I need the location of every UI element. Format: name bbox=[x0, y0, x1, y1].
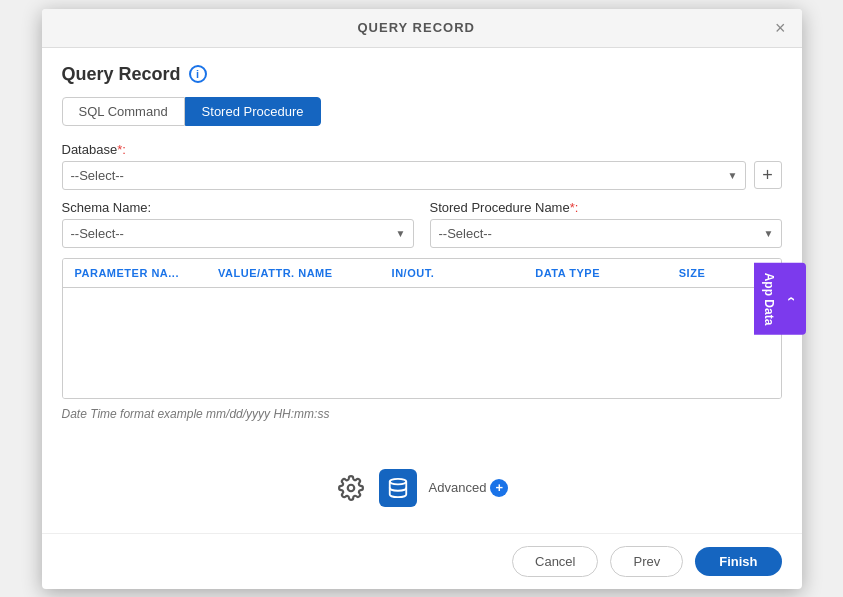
finish-button[interactable]: Finish bbox=[695, 547, 781, 576]
svg-point-0 bbox=[347, 484, 354, 491]
footer-actions: Cancel Prev Finish bbox=[42, 533, 802, 589]
app-data-label: App Data bbox=[762, 272, 776, 325]
database-label: Database*: bbox=[62, 142, 782, 157]
page-title-row: Query Record i bbox=[62, 64, 782, 85]
col-param-name: PARAMETER NA... bbox=[63, 267, 207, 279]
app-data-chevron: › bbox=[782, 296, 798, 301]
database-select-wrapper: --Select-- ▼ bbox=[62, 161, 746, 190]
page-title: Query Record bbox=[62, 64, 181, 85]
table-header: PARAMETER NA... VALUE/ATTR. NAME IN/OUT.… bbox=[63, 259, 781, 288]
stored-procedure-select-wrapper: --Select-- ▼ bbox=[430, 219, 782, 248]
advanced-row[interactable]: Advanced + bbox=[429, 479, 509, 497]
modal: QUERY RECORD × Query Record i SQL Comman… bbox=[42, 9, 802, 589]
col-data-type: DATA TYPE bbox=[523, 267, 667, 279]
modal-title: QUERY RECORD bbox=[58, 20, 775, 35]
stored-procedure-label: Stored Procedure Name*: bbox=[430, 200, 782, 215]
modal-overlay: QUERY RECORD × Query Record i SQL Comman… bbox=[0, 0, 843, 597]
database-form-row: Database*: --Select-- ▼ + bbox=[62, 142, 782, 190]
schema-label: Schema Name: bbox=[62, 200, 414, 215]
tab-sql-command[interactable]: SQL Command bbox=[62, 97, 185, 126]
app-data-tab-container: › App Data bbox=[754, 262, 806, 335]
table-body bbox=[63, 288, 781, 398]
tab-bar: SQL Command Stored Procedure bbox=[62, 97, 782, 126]
col-in-out: IN/OUT. bbox=[380, 267, 524, 279]
modal-header: QUERY RECORD × bbox=[42, 9, 802, 48]
database-add-button[interactable]: + bbox=[754, 161, 782, 189]
database-icon-button[interactable] bbox=[379, 469, 417, 507]
gear-button[interactable] bbox=[335, 472, 367, 504]
info-icon[interactable]: i bbox=[189, 65, 207, 83]
database-select[interactable]: --Select-- bbox=[62, 161, 746, 190]
modal-body: Query Record i SQL Command Stored Proced… bbox=[42, 48, 802, 533]
parameters-table: PARAMETER NA... VALUE/ATTR. NAME IN/OUT.… bbox=[62, 258, 782, 399]
schema-select-wrapper: --Select-- ▼ bbox=[62, 219, 414, 248]
schema-stored-procedure-row: Schema Name: --Select-- ▼ Stored Procedu… bbox=[62, 200, 782, 248]
advanced-plus-icon: + bbox=[490, 479, 508, 497]
schema-form-row: Schema Name: --Select-- ▼ bbox=[62, 200, 414, 248]
database-select-row: --Select-- ▼ + bbox=[62, 161, 782, 190]
stored-procedure-form-row: Stored Procedure Name*: --Select-- ▼ bbox=[430, 200, 782, 248]
advanced-label: Advanced bbox=[429, 480, 487, 495]
cancel-button[interactable]: Cancel bbox=[512, 546, 598, 577]
col-value-attr: VALUE/ATTR. NAME bbox=[206, 267, 380, 279]
close-button[interactable]: × bbox=[775, 19, 786, 37]
database-icon bbox=[387, 477, 409, 499]
prev-button[interactable]: Prev bbox=[610, 546, 683, 577]
schema-select[interactable]: --Select-- bbox=[62, 219, 414, 248]
app-data-tab[interactable]: › App Data bbox=[754, 262, 806, 335]
svg-point-1 bbox=[389, 478, 406, 484]
footer-icons-row: Advanced + bbox=[62, 461, 782, 517]
tab-stored-procedure[interactable]: Stored Procedure bbox=[185, 97, 321, 126]
stored-procedure-select[interactable]: --Select-- bbox=[430, 219, 782, 248]
gear-icon bbox=[338, 475, 364, 501]
datetime-hint: Date Time format example mm/dd/yyyy HH:m… bbox=[62, 407, 782, 421]
